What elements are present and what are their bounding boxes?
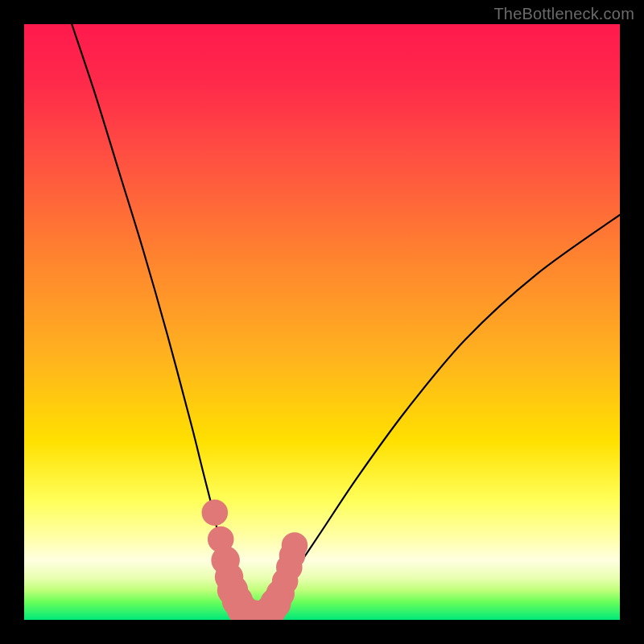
- curve-right: [262, 215, 620, 620]
- watermark-text: TheBottleneck.com: [493, 5, 634, 23]
- overlay-dot: [202, 500, 229, 526]
- overlay-dots: [202, 500, 308, 620]
- plot-area: [24, 24, 620, 620]
- chart-frame: TheBottleneck.com: [0, 0, 644, 644]
- curve-layer: [24, 24, 620, 620]
- overlay-dot: [282, 532, 308, 559]
